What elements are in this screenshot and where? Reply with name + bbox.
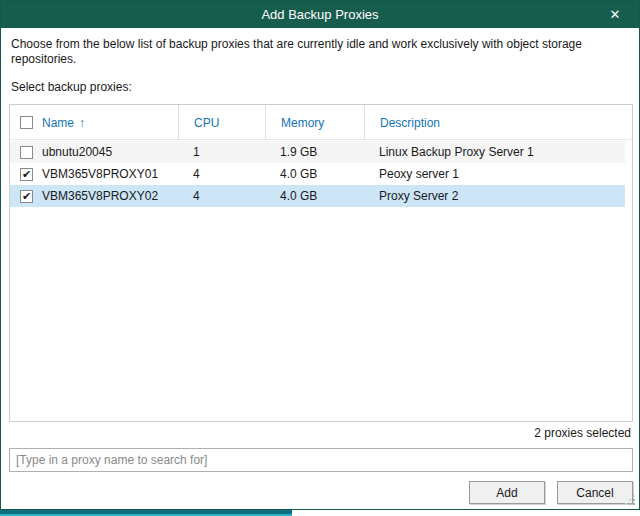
table-body: ubnutu20045 1 1.9 GB Linux Backup Proxy … (10, 141, 632, 421)
add-backup-proxies-dialog: Add Backup Proxies ✕ Choose from the bel… (0, 0, 640, 510)
add-button[interactable]: Add (469, 481, 545, 504)
column-header-cpu[interactable]: CPU (178, 105, 265, 140)
column-header-memory[interactable]: Memory (265, 105, 364, 140)
select-proxies-label: Select backup proxies: (11, 80, 132, 94)
dialog-title: Add Backup Proxies (261, 7, 378, 22)
proxy-cpu: 4 (178, 185, 265, 207)
selection-status: 2 proxies selected (534, 426, 631, 440)
proxy-name: ubnutu20045 (42, 145, 112, 159)
proxy-name: VBM365V8PROXY02 (42, 189, 158, 203)
select-all-checkbox[interactable] (20, 116, 33, 129)
dialog-titlebar: Add Backup Proxies ✕ (1, 1, 639, 28)
proxy-description: Peoxy server 1 (364, 163, 632, 185)
proxies-table: Name ↑ CPU Memory Description ubnutu2004… (9, 104, 633, 422)
proxy-description: Proxy Server 2 (364, 185, 632, 207)
row-checkbox[interactable]: ✔ (20, 168, 33, 181)
proxy-memory: 4.0 GB (265, 163, 364, 185)
table-row[interactable]: ✔ VBM365V8PROXY02 4 4.0 GB Proxy Server … (10, 185, 625, 207)
proxy-description: Linux Backup Proxy Server 1 (364, 141, 632, 163)
proxy-memory: 4.0 GB (265, 185, 364, 207)
column-header-name-label: Name (42, 116, 74, 130)
background-window-edge (0, 510, 292, 516)
proxy-cpu: 1 (178, 141, 265, 163)
cancel-button[interactable]: Cancel (557, 481, 633, 504)
column-header-name[interactable]: Name ↑ (10, 105, 178, 140)
proxy-name: VBM365V8PROXY01 (42, 167, 158, 181)
desktop-background (0, 510, 640, 516)
proxy-cpu: 4 (178, 163, 265, 185)
table-row[interactable]: ✔ VBM365V8PROXY01 4 4.0 GB Peoxy server … (10, 163, 625, 185)
table-header-row: Name ↑ CPU Memory Description (10, 105, 632, 140)
row-checkbox[interactable] (20, 146, 33, 159)
proxy-memory: 1.9 GB (265, 141, 364, 163)
column-header-description[interactable]: Description (364, 105, 632, 140)
dialog-description: Choose from the below list of backup pro… (11, 37, 625, 67)
row-checkbox[interactable]: ✔ (20, 190, 33, 203)
table-row[interactable]: ubnutu20045 1 1.9 GB Linux Backup Proxy … (10, 141, 625, 163)
close-icon[interactable]: ✕ (601, 1, 629, 28)
proxy-search-input[interactable] (9, 448, 633, 472)
resize-grip[interactable] (633, 503, 635, 505)
sort-ascending-icon: ↑ (79, 116, 85, 130)
